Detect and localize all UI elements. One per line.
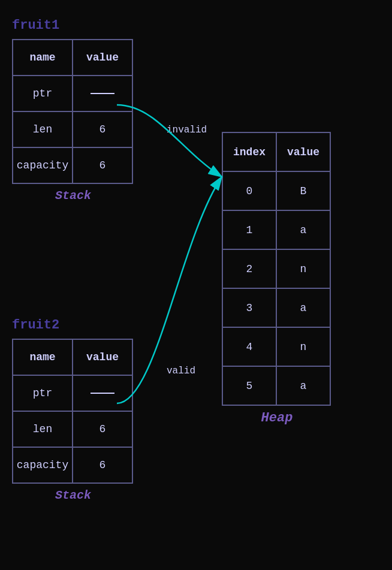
- heap-index-2: 2: [222, 249, 276, 288]
- heap-index-5: 5: [222, 366, 276, 405]
- heap-value-1: a: [276, 210, 330, 249]
- fruit2-stack-label: Stack: [55, 488, 91, 502]
- fruit1-len-value: 6: [73, 111, 132, 147]
- fruit1-ptr-name: ptr: [13, 76, 73, 111]
- fruit2-ptr-name: ptr: [13, 375, 73, 411]
- heap-value-4: n: [276, 327, 330, 366]
- fruit1-header-name: name: [13, 40, 73, 76]
- heap-row-4: 4 n: [222, 327, 330, 366]
- fruit1-row-len: len 6: [13, 111, 132, 147]
- fruit1-row-ptr: ptr: [13, 76, 132, 111]
- fruit1-table: name value ptr len 6 capacity 6: [12, 39, 133, 184]
- heap-row-2: 2 n: [222, 249, 330, 288]
- fruit2-len-name: len: [13, 411, 73, 447]
- fruit2-row-len: len 6: [13, 411, 132, 447]
- heap-index-0: 0: [222, 171, 276, 210]
- heap-row-1: 1 a: [222, 210, 330, 249]
- heap-header-index: index: [222, 132, 276, 171]
- fruit2-capacity-value: 6: [73, 447, 132, 483]
- fruit1-section: fruit1 name value ptr len 6 capacity: [12, 18, 134, 203]
- fruit2-len-value: 6: [73, 411, 132, 447]
- heap-value-5: a: [276, 366, 330, 405]
- fruit2-header-value: value: [73, 339, 132, 375]
- heap-row-5: 5 a: [222, 366, 330, 405]
- fruit2-capacity-name: capacity: [13, 447, 73, 483]
- heap-index-3: 3: [222, 288, 276, 327]
- fruit1-ptr-value: [73, 76, 132, 111]
- heap-header-value: value: [276, 132, 330, 171]
- fruit2-row-capacity: capacity 6: [13, 447, 132, 483]
- heap-table: index value 0 B 1 a 2 n 3 a 4 n: [222, 132, 331, 406]
- heap-value-0: B: [276, 171, 330, 210]
- heap-index-4: 4: [222, 327, 276, 366]
- fruit1-stack-label: Stack: [55, 189, 91, 203]
- heap-value-2: n: [276, 249, 330, 288]
- fruit2-header-name: name: [13, 339, 73, 375]
- fruit2-row-ptr: ptr: [13, 375, 132, 411]
- fruit1-label: fruit1: [12, 18, 134, 33]
- heap-index-1: 1: [222, 210, 276, 249]
- heap-label: Heap: [261, 411, 293, 426]
- fruit1-header-value: value: [73, 40, 132, 76]
- heap-row-0: 0 B: [222, 171, 330, 210]
- heap-section: index value 0 B 1 a 2 n 3 a 4 n: [222, 132, 332, 426]
- heap-value-3: a: [276, 288, 330, 327]
- fruit1-capacity-value: 6: [73, 147, 132, 183]
- fruit2-table: name value ptr len 6 capacity 6: [12, 339, 133, 484]
- fruit1-row-capacity: capacity 6: [13, 147, 132, 183]
- fruit2-section: fruit2 name value ptr len 6 capacity: [12, 318, 134, 502]
- heap-row-3: 3 a: [222, 288, 330, 327]
- fruit1-capacity-name: capacity: [13, 147, 73, 183]
- fruit2-label: fruit2: [12, 318, 134, 333]
- valid-label: valid: [167, 366, 195, 376]
- invalid-label: invalid: [167, 125, 207, 135]
- fruit1-len-name: len: [13, 111, 73, 147]
- fruit2-ptr-value: [73, 375, 132, 411]
